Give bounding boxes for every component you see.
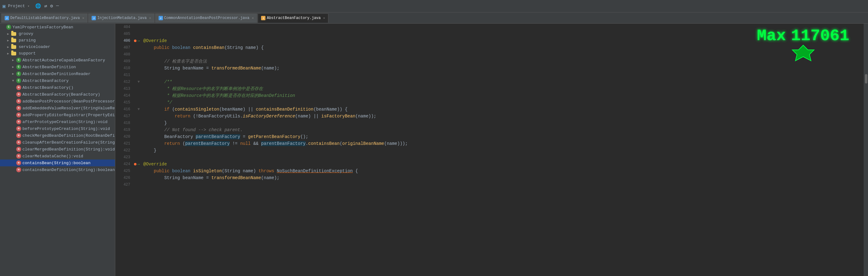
sidebar-label-AbstractAutowireCapableBeanFactory: AbstractAutowireCapableBeanFactory bbox=[23, 58, 105, 63]
fold-marker-412[interactable]: ▼ bbox=[137, 79, 140, 85]
line-num-420: 420 bbox=[118, 133, 134, 140]
line-num-426: 426 bbox=[118, 175, 134, 181]
line-content-421: return (parentBeanFactory != null && par… bbox=[143, 140, 864, 147]
sidebar-item-addEmbeddedValueResolver[interactable]: m addEmbeddedValueResolver(StringValueRe… bbox=[0, 105, 115, 112]
fold-marker-416[interactable]: ▼ bbox=[137, 106, 140, 113]
method-icon-addPropertyEditorRegistrar: m bbox=[16, 113, 21, 117]
sidebar-item-groovy[interactable]: ▶ groovy bbox=[0, 31, 115, 37]
code-line-425: 425 public boolean isSingleton(String na… bbox=[118, 167, 864, 175]
breakpoint-dot-424[interactable] bbox=[134, 163, 136, 165]
sidebar-label-addBeanPostProcessor: addBeanPostProcessor(BeanPostProcessor) bbox=[23, 99, 115, 104]
sidebar-item-containsBeanDefinition[interactable]: m containsBeanDefinition(String):boolean bbox=[0, 166, 115, 173]
sidebar-label-support: support bbox=[19, 51, 36, 56]
code-line-423: 423 bbox=[118, 154, 864, 161]
folder-icon-groovy bbox=[11, 32, 16, 36]
sync-icon[interactable]: ⇄ bbox=[44, 3, 47, 9]
sidebar-label-AbstractBeanFactory-constructor: AbstractBeanFactory() bbox=[23, 85, 73, 90]
tab-DefaultListableBeanFactory[interactable]: J DefaultListableBeanFactory.java ✕ bbox=[1, 13, 88, 23]
line-content-425: public boolean isSingleton(String name) … bbox=[143, 167, 864, 175]
sidebar-label-AbstractBeanFactory-BeanFactory: AbstractBeanFactory(BeanFactory) bbox=[23, 92, 100, 97]
top-bar: ▣ Project ▾ 🌐 ⇄ ⚙ — bbox=[0, 0, 868, 12]
sidebar: C YamlPropertiesFactoryBean ▶ groovy ▶ p… bbox=[0, 24, 115, 276]
sidebar-item-AbstractBeanFactory-constructor[interactable]: m AbstractBeanFactory() bbox=[0, 84, 115, 91]
tab-label-DefaultListableBeanFactory: DefaultListableBeanFactory.java bbox=[10, 16, 80, 20]
line-content-420: BeanFactory parentBeanFactory = getParen… bbox=[143, 133, 864, 140]
tab-InjectionMetadata[interactable]: J InjectionMetadata.java ✕ bbox=[88, 13, 154, 23]
sidebar-item-addBeanPostProcessor[interactable]: m addBeanPostProcessor(BeanPostProcessor… bbox=[0, 98, 115, 105]
tab-icon-CommonAnnotationBeanPostProcessor: J bbox=[159, 16, 163, 20]
tab-close-AbstractBeanFactory[interactable]: ✕ bbox=[323, 16, 325, 20]
line-content-407: public boolean containsBean(String name)… bbox=[143, 44, 864, 51]
code-lines[interactable]: 404 405 406 → @Override bbox=[115, 24, 864, 276]
code-line-415: 415 */ bbox=[118, 99, 864, 106]
project-dropdown-arrow[interactable]: ▾ bbox=[27, 4, 30, 8]
sidebar-item-containsBean[interactable]: m containsBean(String):boolean bbox=[0, 159, 115, 166]
tab-icon-DefaultListableBeanFactory: J bbox=[5, 16, 9, 20]
tree-arrow-AbstractBeanDefinitionReader: ▶ bbox=[11, 72, 15, 76]
sidebar-item-clearMergedBeanDefinition[interactable]: m clearMergedBeanDefinition(String):void bbox=[0, 146, 115, 153]
folder-icon-support bbox=[11, 52, 16, 56]
line-num-421: 421 bbox=[118, 140, 134, 147]
class-icon-AbstractBeanFactory: C bbox=[16, 78, 21, 83]
sidebar-label-afterPrototypeCreation: afterPrototypeCreation(String):void bbox=[23, 120, 107, 124]
tree-arrow-parsing: ▶ bbox=[6, 39, 10, 42]
sidebar-item-AbstractBeanFactory[interactable]: ▼ C AbstractBeanFactory bbox=[0, 77, 115, 84]
tab-close-DefaultListableBeanFactory[interactable]: ✕ bbox=[82, 16, 84, 20]
sidebar-item-parsing[interactable]: ▶ parsing bbox=[0, 37, 115, 43]
project-label: Project bbox=[8, 4, 25, 8]
sidebar-item-addPropertyEditorRegistrar[interactable]: m addPropertyEditorRegistrar(PropertyEdi… bbox=[0, 112, 115, 118]
code-line-414: 414 * 根据Resource中的名字判断是否存在对应的BeanDefinit… bbox=[118, 92, 864, 99]
line-num-416: 416 bbox=[118, 106, 134, 113]
code-line-411: 411 bbox=[118, 72, 864, 79]
minimize-icon[interactable]: — bbox=[56, 3, 59, 9]
sidebar-item-YamlPropertiesFactoryBean[interactable]: C YamlPropertiesFactoryBean bbox=[0, 24, 115, 31]
line-num-417: 417 bbox=[118, 113, 134, 120]
sidebar-item-AbstractBeanDefinitionReader[interactable]: ▶ C AbstractBeanDefinitionReader bbox=[0, 70, 115, 77]
settings-icon[interactable]: ⚙ bbox=[50, 3, 53, 9]
line-num-424: 424 bbox=[118, 161, 134, 167]
project-icon: ▣ bbox=[2, 3, 6, 9]
sidebar-label-addPropertyEditorRegistrar: addPropertyEditorRegistrar(PropertyEdito… bbox=[23, 113, 115, 117]
sidebar-item-support[interactable]: ▶ support bbox=[0, 50, 115, 57]
globe-icon[interactable]: 🌐 bbox=[35, 3, 41, 9]
tree-arrow-serviceloader: ▶ bbox=[6, 45, 10, 49]
main-layout: C YamlPropertiesFactoryBean ▶ groovy ▶ p… bbox=[0, 24, 868, 276]
sidebar-item-cleanupAfterBeanCreationFailure[interactable]: m cleanupAfterBeanCreationFailure(String… bbox=[0, 139, 115, 146]
tree-arrow-AbstractBeanDefinition: ▶ bbox=[11, 65, 15, 69]
line-content-412: /** bbox=[143, 79, 864, 85]
scroll-track[interactable] bbox=[864, 24, 868, 276]
line-num-414: 414 bbox=[118, 92, 134, 99]
tab-CommonAnnotationBeanPostProcessor[interactable]: J CommonAnnotationBeanPostProcessor.java… bbox=[155, 13, 257, 23]
tree-arrow-AbstractBeanFactory: ▼ bbox=[11, 79, 15, 83]
line-num-411: 411 bbox=[118, 72, 134, 79]
scroll-indicator bbox=[865, 74, 867, 84]
sidebar-label-clearMergedBeanDefinition: clearMergedBeanDefinition(String):void bbox=[23, 147, 115, 152]
method-icon-containsBean: m bbox=[16, 160, 21, 165]
breakpoint-dot-406[interactable] bbox=[134, 39, 136, 42]
code-line-426: 426 String beanName = transformedBeanNam… bbox=[118, 175, 864, 181]
tab-AbstractBeanFactory[interactable]: J AbstractBeanFactory.java ✕ bbox=[258, 13, 329, 23]
sidebar-item-checkMergedBeanDefinition[interactable]: m checkMergedBeanDefinition(RootBeanDefi… bbox=[0, 132, 115, 139]
sidebar-label-parsing: parsing bbox=[19, 38, 36, 43]
method-icon-beforePrototypeCreation: m bbox=[16, 126, 21, 131]
sidebar-label-AbstractBeanFactory: AbstractBeanFactory bbox=[23, 79, 68, 83]
sidebar-item-afterPrototypeCreation[interactable]: m afterPrototypeCreation(String):void bbox=[0, 118, 115, 125]
sidebar-label-cleanupAfterBeanCreationFailure: cleanupAfterBeanCreationFailure(String):… bbox=[23, 140, 115, 145]
tree-arrow-support: ▶ bbox=[6, 52, 10, 56]
sidebar-item-serviceloader[interactable]: ▶ serviceloader bbox=[0, 43, 115, 50]
tab-close-CommonAnnotationBeanPostProcessor[interactable]: ✕ bbox=[252, 16, 254, 20]
line-content-426: String beanName = transformedBeanName(na… bbox=[143, 175, 864, 181]
code-line-416: 416 ▼ if (containsSingleton(beanName) ||… bbox=[118, 106, 864, 113]
line-num-422: 422 bbox=[118, 147, 134, 154]
sidebar-item-AbstractBeanFactory-BeanFactory[interactable]: m AbstractBeanFactory(BeanFactory) bbox=[0, 91, 115, 98]
sidebar-item-beforePrototypeCreation[interactable]: m beforePrototypeCreation(String):void bbox=[0, 125, 115, 132]
exec-arrow-406: → bbox=[137, 37, 140, 44]
tab-close-InjectionMetadata[interactable]: ✕ bbox=[149, 16, 151, 20]
sidebar-item-clearMetadataCache[interactable]: m clearMetadataCache():void bbox=[0, 153, 115, 159]
line-content-418: } bbox=[143, 120, 864, 126]
sidebar-label-YamlPropertiesFactoryBean: YamlPropertiesFactoryBean bbox=[12, 25, 73, 30]
code-line-407: 407 public boolean containsBean(String n… bbox=[118, 44, 864, 51]
code-line-406: 406 → @Override bbox=[118, 37, 864, 44]
sidebar-item-AbstractBeanDefinition[interactable]: ▶ C AbstractBeanDefinition bbox=[0, 64, 115, 70]
sidebar-item-AbstractAutowireCapableBeanFactory[interactable]: ▶ C AbstractAutowireCapableBeanFactory bbox=[0, 57, 115, 64]
